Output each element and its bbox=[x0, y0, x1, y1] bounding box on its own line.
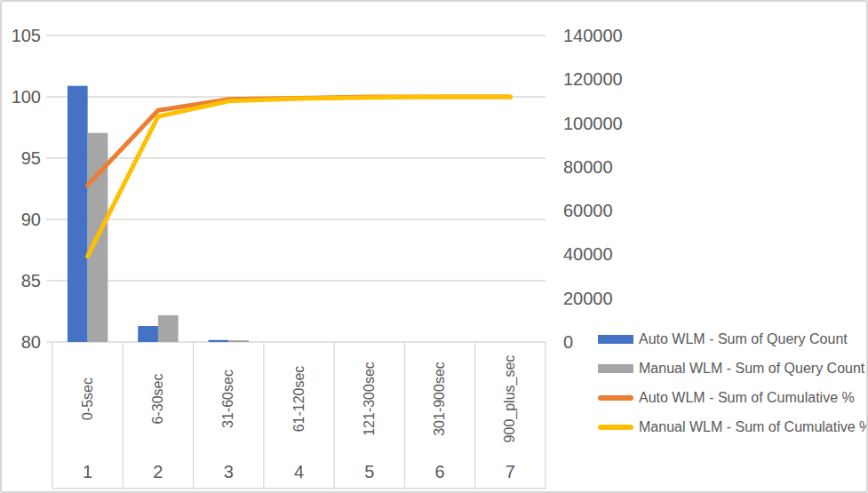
legend-item: Manual WLM - Sum of Cumulative % bbox=[598, 418, 868, 436]
legend-bar-swatch-icon bbox=[598, 335, 633, 344]
bar-auto-wlm-sum-of-query-count bbox=[68, 86, 88, 342]
left-axis-tick-label: 80 bbox=[21, 333, 41, 351]
left-axis-tick-label: 105 bbox=[12, 27, 41, 44]
right-axis-tick-label: 120000 bbox=[563, 70, 623, 88]
left-axis-tick-label: 95 bbox=[21, 149, 41, 167]
right-axis-tick-label: 0 bbox=[563, 333, 573, 351]
right-axis-tick-label: 140000 bbox=[563, 27, 623, 44]
category-number: 6 bbox=[435, 462, 445, 482]
legend-item-label: Auto WLM - Sum of Cumulative % bbox=[639, 390, 855, 406]
category-number: 3 bbox=[224, 462, 234, 482]
legend-item: Auto WLM - Sum of Cumulative % bbox=[598, 389, 855, 407]
bar-auto-wlm-sum-of-query-count bbox=[138, 326, 158, 342]
category-label: 121-300sec bbox=[362, 362, 378, 436]
category-number: 7 bbox=[506, 462, 515, 482]
right-axis-tick-label: 40000 bbox=[563, 245, 613, 263]
legend-line-swatch-icon bbox=[598, 395, 633, 401]
chart-canvas: 10510095908580 1400001200001000008000060… bbox=[0, 0, 868, 493]
legend-bar-swatch-icon bbox=[598, 364, 633, 373]
bar-manual-wlm-sum-of-query-count bbox=[228, 340, 249, 342]
right-axis-tick-label: 100000 bbox=[563, 115, 623, 132]
left-axis-tick-label: 100 bbox=[12, 88, 41, 106]
left-axis-tick-label: 85 bbox=[21, 272, 41, 290]
category-label: 301-900sec bbox=[432, 362, 448, 436]
category-number: 4 bbox=[294, 462, 304, 482]
line-auto-wlm-sum-of-cumulative- bbox=[88, 97, 511, 185]
category-label: 6-30sec bbox=[150, 374, 166, 425]
category-label: 31-60sec bbox=[220, 370, 236, 428]
legend-item-label: Auto WLM - Sum of Query Count bbox=[639, 331, 848, 347]
category-number: 1 bbox=[83, 462, 92, 482]
legend-item-label: Manual WLM - Sum of Cumulative % bbox=[639, 419, 868, 435]
category-label: 900_plus_sec bbox=[502, 355, 518, 443]
bar-manual-wlm-sum-of-query-count bbox=[158, 315, 179, 342]
left-axis-tick-label: 90 bbox=[21, 211, 41, 228]
legend-item: Manual WLM - Sum of Query Count bbox=[598, 360, 864, 378]
category-label: 0-5sec bbox=[80, 378, 96, 420]
legend-line-swatch-icon bbox=[598, 425, 633, 430]
legend-item: Auto WLM - Sum of Query Count bbox=[598, 330, 848, 348]
legend-item-label: Manual WLM - Sum of Query Count bbox=[639, 361, 864, 377]
category-label: 61-120sec bbox=[291, 366, 307, 433]
right-axis-tick-label: 20000 bbox=[563, 290, 613, 307]
right-axis-tick-label: 60000 bbox=[563, 202, 613, 219]
bar-auto-wlm-sum-of-query-count bbox=[209, 340, 229, 342]
right-axis-tick-label: 80000 bbox=[563, 158, 613, 176]
category-number: 2 bbox=[153, 462, 163, 482]
category-number: 5 bbox=[364, 462, 374, 482]
